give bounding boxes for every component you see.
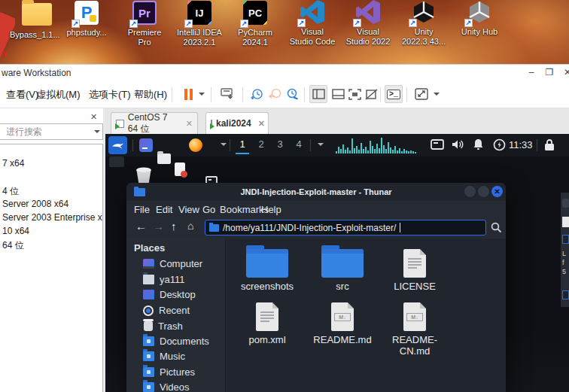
desktop-icon-phpstudy[interactable]: P ↗ phpstudy... <box>62 0 111 38</box>
vm-list-item[interactable]: 64 位 <box>2 239 24 252</box>
desktop-icon-bypass[interactable]: Bypass_1.1... <box>10 0 59 40</box>
file-screenshots[interactable]: screenshots <box>230 249 305 292</box>
sidebar-item-recent[interactable]: Recent <box>143 304 190 317</box>
thunar-maximize-button[interactable] <box>478 186 489 197</box>
thunar-close-button[interactable]: ✕ <box>491 186 503 197</box>
partial-white-bar <box>562 217 569 227</box>
send-ctrl-alt-del-icon[interactable] <box>218 85 236 103</box>
sidebar-item-pictures[interactable]: Pictures <box>143 366 195 378</box>
menu-help[interactable]: 帮助(H) <box>134 88 167 102</box>
vm-list-item[interactable]: 4 位 <box>2 185 19 198</box>
workspace-2[interactable]: 2 <box>254 138 268 150</box>
desktop-icon-vs2022[interactable]: ↗ VisualStudio 2022 <box>343 0 393 47</box>
enlarge-screen-icon[interactable] <box>412 85 431 103</box>
close-button[interactable]: ✕ <box>561 66 569 78</box>
vm-list-item[interactable]: 7 x64 <box>2 158 24 169</box>
desktop-icon-unity[interactable]: ↗ Unity2022.3.43... <box>399 0 449 47</box>
tab-centos[interactable]: CentOS 7 64 位 ✕ <box>111 112 198 134</box>
shortcut-arrow-icon: ↗ <box>353 19 361 27</box>
vm-list-item[interactable]: 10 x64 <box>2 226 29 236</box>
file-license[interactable]: LICENSE <box>377 249 452 292</box>
file-readme-md[interactable]: M↓ README.md <box>305 302 380 345</box>
sidebar-item-videos[interactable]: Videos <box>143 381 190 392</box>
menu-help-th[interactable]: Help <box>261 204 281 215</box>
tab-close-icon[interactable]: ✕ <box>258 119 265 129</box>
desktop-icon-premiere[interactable]: Pr ↗ PremierePro <box>120 0 169 47</box>
desktop-icon-pycharm[interactable]: PC ↗ PyCharm2024.1 <box>230 0 280 47</box>
clipboard-tray-icon[interactable] <box>431 138 444 150</box>
library-search-dropdown-icon[interactable] <box>94 130 100 133</box>
menu-tabs[interactable]: 选项卡(T) <box>89 88 131 102</box>
lock-screen-icon[interactable] <box>543 138 555 151</box>
clock[interactable]: 11:33 <box>509 139 533 150</box>
forward-icon[interactable]: → <box>153 220 164 232</box>
sidebar-item-trash[interactable]: Trash <box>143 320 183 333</box>
restore-button[interactable]: ❐ <box>543 66 556 78</box>
tab-kali2024[interactable]: kali2024 ✕ <box>205 112 269 134</box>
show-library-icon[interactable] <box>309 85 327 103</box>
kali-menu-button[interactable] <box>108 136 127 154</box>
minimize-button[interactable]: – <box>525 66 538 78</box>
workspace-1[interactable]: 1 <box>236 138 249 150</box>
power-manager-tray-icon[interactable] <box>493 138 506 151</box>
suspend-dropdown-icon[interactable] <box>199 93 205 96</box>
computer-icon <box>143 259 154 269</box>
vm-list-item[interactable]: Server 2003 Enterprise x <box>2 212 102 223</box>
fullscreen-mode-icon[interactable] <box>345 85 364 103</box>
thunar-titlebar[interactable]: JNDI-Injection-Exploit-master - Thunar ✕ <box>126 183 506 201</box>
kali-desktop-icon[interactable] <box>109 156 124 167</box>
firefox-launcher-icon[interactable] <box>189 138 202 152</box>
desktop-icon-intellij[interactable]: IJ ↗ IntelliJ IDEA2023.2.1 <box>175 0 224 47</box>
sidebar-item-documents[interactable]: Documents <box>143 335 209 348</box>
volume-tray-icon[interactable] <box>452 138 464 150</box>
unity-mode-icon[interactable] <box>362 85 380 103</box>
menu-edit[interactable]: Edit <box>156 204 172 215</box>
enlarge-dropdown-icon[interactable] <box>434 93 440 96</box>
manage-snapshots-icon[interactable] <box>284 85 302 103</box>
suspend-button[interactable] <box>179 85 197 103</box>
menu-view-th[interactable]: View <box>178 204 199 215</box>
tab-close-icon[interactable]: ✕ <box>186 119 193 129</box>
desktop-icon-vscode[interactable]: ↗ VisualStudio Code <box>288 0 337 47</box>
sidebar-item-desktop[interactable]: Desktop <box>143 288 196 301</box>
take-snapshot-icon[interactable] <box>248 85 266 103</box>
file-manager-launcher-icon[interactable] <box>157 153 171 164</box>
kali-guest-screen: 1 2 3 4 <box>105 134 569 392</box>
sidebar-item-computer[interactable]: Computer <box>143 257 202 270</box>
workspace-3[interactable]: 3 <box>273 138 287 150</box>
sidebar-item-music[interactable]: Music <box>143 350 185 363</box>
shortcut-arrow-icon: ↗ <box>240 20 248 28</box>
up-icon[interactable]: ↑ <box>171 220 177 232</box>
vmware-titlebar[interactable]: ware Workstation – ❐ ✕ <box>0 65 569 81</box>
menu-file[interactable]: File <box>134 204 150 215</box>
console-view-icon[interactable]: >_ <box>385 85 403 103</box>
terminal-launcher-icon[interactable] <box>139 138 153 152</box>
sidebar-item-home[interactable]: ya111 <box>143 273 185 286</box>
file-pom-xml[interactable]: pom.xml <box>230 302 305 345</box>
file-readme-cn-md[interactable]: M↓ README-CN.md <box>377 302 452 357</box>
notifications-tray-icon[interactable] <box>473 138 484 150</box>
desktop-icon-unityhub[interactable]: ↗ Unity Hub <box>455 0 504 37</box>
vm-tab-icon <box>116 120 124 128</box>
show-thumbnail-bar-icon[interactable] <box>329 85 347 103</box>
workspace-dropdown-caret-icon[interactable] <box>318 143 324 146</box>
partial-window-edge: L f 5 <box>561 193 569 307</box>
windows-desktop: Y Bypass_1.1... P ↗ phpstudy... Pr ↗ Pre… <box>0 0 569 64</box>
file-src[interactable]: src <box>305 249 380 292</box>
menu-go[interactable]: Go <box>202 204 215 215</box>
text-editor-launcher-icon[interactable] <box>175 163 185 176</box>
menu-vm[interactable]: 虚拟机(M) <box>36 88 81 102</box>
workspace-4[interactable]: 4 <box>292 138 306 150</box>
revert-snapshot-icon[interactable] <box>266 85 284 103</box>
launcher-dropdown-caret-icon[interactable] <box>221 143 227 146</box>
path-bar[interactable]: /home/ya111/JNDI-Injection-Exploit-maste… <box>205 220 486 236</box>
library-close-icon[interactable]: ✕ <box>90 112 97 122</box>
shortcut-arrow-icon: ↗ <box>129 20 138 28</box>
thunar-minimize-button[interactable] <box>464 186 476 197</box>
vm-list-item[interactable]: Server 2008 x64 <box>2 199 68 209</box>
vmware-menubar: 查看(V) 虚拟机(M) 选项卡(T) 帮助(H) <box>0 81 569 108</box>
home-icon[interactable]: ⌂ <box>187 220 193 232</box>
menu-view[interactable]: 查看(V) <box>6 88 38 102</box>
back-icon[interactable]: ← <box>135 220 147 232</box>
search-icon[interactable] <box>491 222 502 233</box>
